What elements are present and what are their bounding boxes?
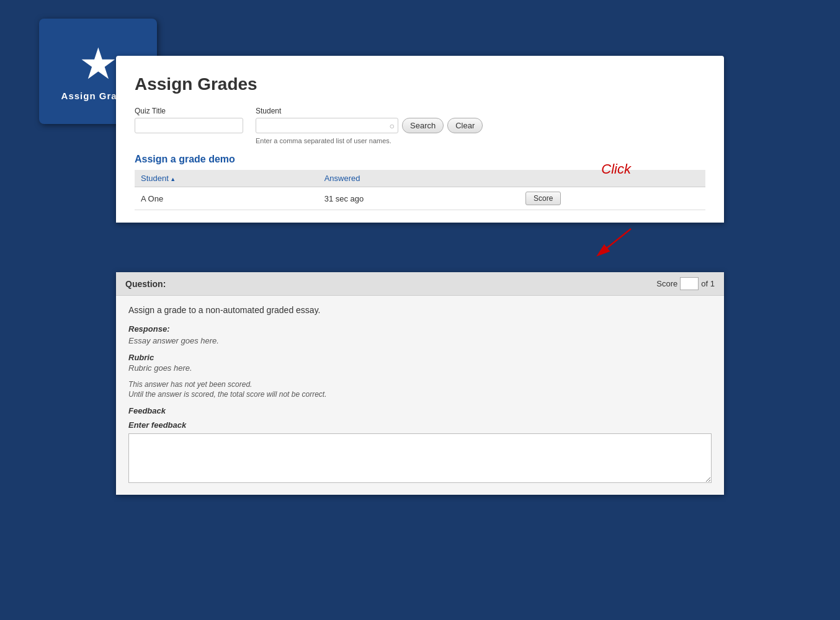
student-name: A One (135, 187, 318, 210)
essay-answer: Essay answer goes here. (128, 336, 712, 345)
student-input-wrapper: ○ (256, 118, 398, 133)
feedback-textarea[interactable] (128, 433, 712, 483)
score-input[interactable]: ? (680, 277, 699, 290)
score-box: Score ? of 1 (656, 277, 715, 290)
main-content: Assign Grades Quiz Title Student ○ (116, 56, 724, 495)
not-scored-text-2: Until the answer is scored, the total sc… (128, 390, 712, 399)
question-label: Question: (125, 279, 166, 289)
top-panel: Assign Grades Quiz Title Student ○ (116, 56, 724, 223)
question-body: Assign a grade to a non-automated graded… (116, 296, 724, 495)
score-text-label: Score (656, 279, 677, 288)
student-hint: Enter a comma separated list of user nam… (256, 137, 483, 144)
feedback-label: Feedback (128, 406, 712, 415)
score-of: of 1 (701, 279, 715, 288)
search-button[interactable]: Search (402, 118, 444, 133)
quiz-title-label: Quiz Title (135, 107, 243, 115)
response-label: Response: (128, 324, 712, 334)
form-row: Quiz Title Student ○ Search Clear (135, 107, 705, 144)
rubric-text: Rubric goes here. (128, 363, 712, 373)
score-button[interactable]: Score (525, 192, 561, 205)
panels-wrapper: Assign Grades Quiz Title Student ○ (116, 56, 724, 495)
click-annotation: Click (601, 161, 631, 177)
arrow-svg (116, 223, 724, 260)
student-label: Student (256, 107, 483, 115)
clear-button[interactable]: Clear (447, 118, 483, 133)
quiz-title-group: Quiz Title (135, 107, 243, 133)
page-title: Assign Grades (135, 74, 705, 94)
clear-x-icon: ○ (390, 121, 395, 131)
bottom-panel: Question: Score ? of 1 Assign a grade to… (116, 272, 724, 495)
outer-background: ★ Assign Grades Assign Grades Quiz Title… (0, 0, 840, 620)
col-answered: Answered (318, 170, 519, 187)
question-header: Question: Score ? of 1 (116, 272, 724, 296)
question-text: Assign a grade to a non-automated graded… (128, 305, 712, 315)
student-group: Student ○ Search Clear Enter a comma sep… (256, 107, 483, 144)
student-input[interactable] (256, 118, 398, 133)
star-icon: ★ (79, 42, 118, 86)
col-student: Student (135, 170, 318, 187)
enter-feedback-label: Enter feedback (128, 420, 712, 430)
answered-time: 31 sec ago (318, 187, 519, 210)
table-row: A One 31 sec ago Score (135, 187, 705, 210)
rubric-label: Rubric (128, 353, 712, 362)
quiz-title-input[interactable] (135, 118, 243, 133)
not-scored-text-1: This answer has not yet been scored. (128, 380, 712, 389)
score-cell: Score (519, 187, 705, 210)
student-input-row: ○ Search Clear (256, 118, 483, 133)
svg-line-0 (600, 229, 631, 254)
